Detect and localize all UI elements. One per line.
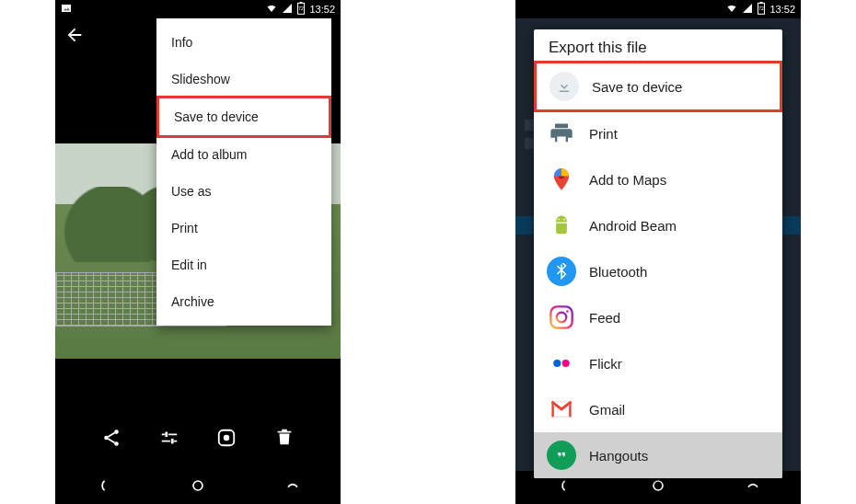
svg-point-25 [562,360,570,367]
clock: 13:52 [769,4,795,15]
hangouts-icon [547,441,576,470]
export-label: Flickr [589,356,622,372]
menu-label: Info [171,35,192,50]
menu-label: Add to album [171,147,248,162]
share-icon[interactable] [101,428,121,452]
svg-rect-3 [300,2,303,3]
download-icon [549,72,579,101]
export-label: Print [589,126,618,142]
export-item-gmail[interactable]: Gmail [534,386,782,432]
svg-point-24 [553,360,561,367]
svg-rect-8 [165,432,168,438]
menu-item-use-as[interactable]: Use as [156,173,331,210]
export-item-print[interactable]: Print [534,110,782,156]
svg-rect-21 [550,306,572,327]
svg-point-19 [558,219,560,221]
gmail-icon [547,395,576,424]
edit-sliders-icon[interactable] [159,428,179,452]
menu-item-slideshow[interactable]: Slideshow [156,61,331,97]
system-navbar [55,471,341,504]
flickr-icon [547,349,576,378]
nav-back-icon[interactable] [94,476,112,498]
svg-point-16 [654,481,663,490]
bluetooth-icon [547,257,576,286]
battery-icon: 72 [296,2,306,17]
wifi-icon [265,3,278,16]
export-label: Add to Maps [589,172,666,188]
menu-label: Save to device [174,109,259,124]
status-bar: 72 13:52 [515,0,801,18]
phone-screenshot-right: 72 13:52 Export this file Save to device… [515,0,801,504]
nav-home-icon[interactable] [649,476,667,498]
svg-text:72: 72 [299,6,305,11]
export-label: Feed [589,310,620,326]
menu-label: Use as [171,184,212,199]
menu-item-print[interactable]: Print [156,210,331,246]
action-bar [55,417,341,463]
svg-point-11 [225,436,229,441]
menu-item-info[interactable]: Info [156,24,331,61]
svg-text:72: 72 [759,6,765,11]
export-item-instagram[interactable]: Feed [534,294,782,340]
export-item-android-beam[interactable]: Android Beam [534,202,782,248]
export-item-hangouts[interactable]: Hangouts [534,432,782,478]
export-label: Bluetooth [589,264,647,280]
export-label: Gmail [589,402,625,418]
menu-label: Slideshow [171,72,230,86]
menu-item-edit-in[interactable]: Edit in [156,246,331,283]
svg-point-20 [563,219,565,221]
lens-icon[interactable] [216,428,237,452]
export-item-bluetooth[interactable]: Bluetooth [534,248,782,294]
menu-item-archive[interactable]: Archive [156,283,331,320]
delete-icon[interactable] [274,428,295,452]
menu-label: Edit in [171,258,207,272]
print-icon [547,119,576,148]
svg-point-22 [557,313,567,323]
nav-recent-icon[interactable] [283,476,302,498]
svg-rect-14 [760,2,763,3]
export-label: Hangouts [589,448,648,464]
export-sheet: Export this file Save to device Print Ad… [534,29,782,478]
menu-label: Archive [171,294,214,309]
instagram-icon [547,303,576,332]
phone-screenshot-left: 72 13:52 Info Slideshow Save to device A… [55,0,341,504]
screenshot-icon [61,3,72,16]
svg-point-23 [566,310,569,313]
nav-back-icon[interactable] [554,476,573,498]
back-button[interactable] [64,25,85,49]
export-item-maps[interactable]: Add to Maps [534,156,782,202]
android-icon [547,211,576,240]
export-label: Android Beam [589,218,677,234]
svg-rect-9 [171,439,174,444]
sheet-title: Export this file [534,29,782,63]
export-label: Save to device [592,79,682,95]
nav-recent-icon[interactable] [744,476,762,498]
menu-label: Print [171,221,198,235]
nav-home-icon[interactable] [189,476,207,498]
clock: 13:52 [309,4,335,15]
export-item-flickr[interactable]: Flickr [534,340,782,386]
menu-item-save-to-device[interactable]: Save to device [156,96,331,138]
overflow-menu: Info Slideshow Save to device Add to alb… [156,18,331,326]
menu-item-add-to-album[interactable]: Add to album [156,136,331,173]
cell-signal-icon [742,3,753,16]
svg-point-12 [193,481,202,490]
battery-icon: 72 [757,2,766,17]
cell-signal-icon [282,3,293,16]
maps-icon [547,165,576,194]
export-item-save-to-device[interactable]: Save to device [534,61,782,112]
wifi-icon [725,3,738,16]
svg-rect-0 [62,5,71,12]
status-bar: 72 13:52 [55,0,341,18]
